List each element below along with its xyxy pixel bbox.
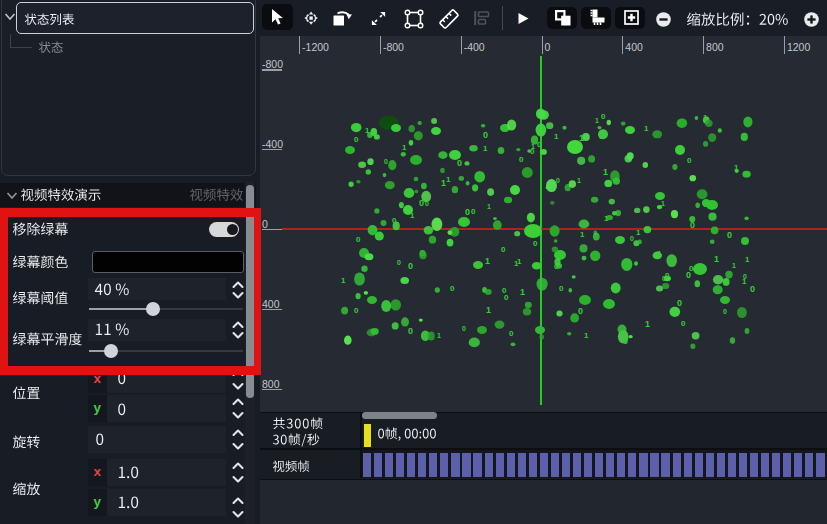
svg-text:1: 1 xyxy=(644,124,649,133)
svg-text:1: 1 xyxy=(483,144,488,153)
svg-text:1: 1 xyxy=(703,113,708,122)
svg-text:0: 0 xyxy=(392,216,397,225)
svg-text:1: 1 xyxy=(604,214,609,223)
svg-text:0: 0 xyxy=(623,336,628,346)
svg-text:1: 1 xyxy=(742,277,747,286)
svg-text:0: 0 xyxy=(723,308,727,315)
svg-text:0: 0 xyxy=(554,262,559,271)
svg-text:0: 0 xyxy=(750,284,755,294)
svg-text:1: 1 xyxy=(636,228,641,237)
svg-text:0: 0 xyxy=(408,326,413,336)
svg-text:0: 0 xyxy=(509,329,514,338)
svg-text:0: 0 xyxy=(559,284,564,293)
svg-text:1: 1 xyxy=(657,249,662,258)
svg-text:1: 1 xyxy=(580,230,585,239)
svg-text:0: 0 xyxy=(356,235,361,244)
svg-text:0: 0 xyxy=(677,298,682,308)
svg-text:1: 1 xyxy=(714,254,719,264)
svg-text:1: 1 xyxy=(595,117,599,124)
svg-text:0: 0 xyxy=(687,156,692,165)
svg-text:0: 0 xyxy=(384,158,388,165)
svg-text:1: 1 xyxy=(341,276,346,285)
svg-text:1: 1 xyxy=(645,319,650,329)
svg-text:1: 1 xyxy=(517,257,522,266)
svg-text:0: 0 xyxy=(578,306,583,316)
svg-text:0: 0 xyxy=(681,319,686,328)
svg-text:0: 0 xyxy=(533,239,538,248)
svg-text:1: 1 xyxy=(579,133,584,143)
svg-text:1: 1 xyxy=(410,211,415,220)
svg-text:0: 0 xyxy=(408,261,413,271)
svg-text:1: 1 xyxy=(732,262,736,269)
svg-text:1: 1 xyxy=(485,256,490,266)
svg-text:1: 1 xyxy=(486,305,491,315)
svg-text:1: 1 xyxy=(554,132,559,141)
svg-text:0: 0 xyxy=(354,135,359,144)
svg-text:0: 0 xyxy=(727,230,732,240)
svg-text:1: 1 xyxy=(402,143,407,152)
svg-text:0: 0 xyxy=(537,140,542,149)
svg-text:1: 1 xyxy=(584,331,589,340)
svg-text:1: 1 xyxy=(603,167,608,177)
svg-text:0: 0 xyxy=(462,325,466,332)
svg-text:0: 0 xyxy=(354,306,359,315)
svg-text:0: 0 xyxy=(690,220,695,230)
svg-text:0: 0 xyxy=(419,198,424,208)
svg-text:1: 1 xyxy=(487,203,491,210)
svg-text:1: 1 xyxy=(520,287,525,297)
svg-text:1: 1 xyxy=(441,178,446,188)
svg-text:1: 1 xyxy=(446,175,451,184)
svg-text:0: 0 xyxy=(425,200,429,207)
svg-text:0: 0 xyxy=(502,286,507,295)
svg-text:0: 0 xyxy=(450,284,455,293)
svg-text:1: 1 xyxy=(437,332,441,339)
svg-text:0: 0 xyxy=(601,112,606,121)
svg-text:0: 0 xyxy=(457,158,462,168)
svg-text:0: 0 xyxy=(519,155,524,164)
svg-text:0: 0 xyxy=(471,207,476,216)
svg-text:0: 0 xyxy=(689,264,694,273)
svg-text:1: 1 xyxy=(734,163,739,172)
svg-text:0: 0 xyxy=(465,207,470,217)
svg-text:0: 0 xyxy=(556,177,560,184)
svg-text:0: 0 xyxy=(397,259,401,266)
svg-text:1: 1 xyxy=(661,200,665,207)
svg-text:0: 0 xyxy=(501,245,506,254)
svg-text:0: 0 xyxy=(483,130,488,140)
svg-text:1: 1 xyxy=(365,126,370,135)
svg-text:1: 1 xyxy=(745,255,750,264)
svg-text:0: 0 xyxy=(530,147,535,156)
svg-text:1: 1 xyxy=(599,132,604,141)
svg-text:1: 1 xyxy=(577,177,581,184)
svg-text:0: 0 xyxy=(662,274,667,283)
svg-text:0: 0 xyxy=(630,235,634,242)
